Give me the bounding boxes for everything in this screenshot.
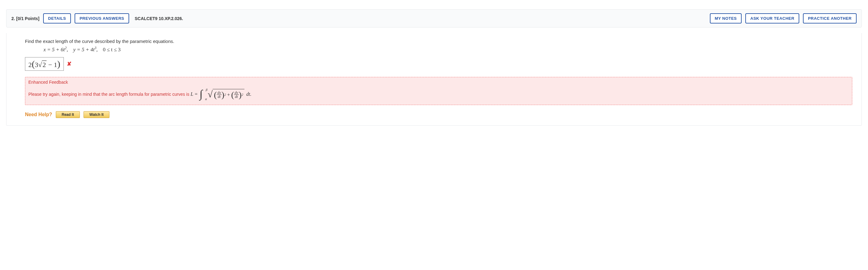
question-prompt: Find the exact length of the curve descr… xyxy=(25,38,852,44)
ask-teacher-button[interactable]: ASK YOUR TEACHER xyxy=(745,13,799,24)
help-row: Need Help? Read It Watch It xyxy=(25,111,852,118)
arc-length-formula: L = ∫ β α √ ( dx dt )2 + ( xyxy=(190,89,251,100)
feedback-title: Enhanced Feedback xyxy=(28,80,849,85)
read-it-button[interactable]: Read It xyxy=(56,111,80,118)
question-source: SCALCET9 10.XP.2.026. xyxy=(135,16,183,21)
practice-another-button[interactable]: PRACTICE ANOTHER xyxy=(803,13,857,24)
submitted-answer-box[interactable]: 2(3√2 − 1) xyxy=(25,57,64,71)
incorrect-icon: ✘ xyxy=(67,60,71,68)
question-body: Find the exact length of the curve descr… xyxy=(6,33,862,126)
answer-row: 2(3√2 − 1) ✘ xyxy=(25,57,852,71)
feedback-text: Please try again, keeping in mind that t… xyxy=(28,89,849,100)
question-header: 2. [0/1 Points] DETAILS PREVIOUS ANSWERS… xyxy=(6,9,862,27)
parametric-equations: x = 5 + 6t2, y = 5 + 4t3, 0 ≤ t ≤ 3 xyxy=(43,46,852,53)
watch-it-button[interactable]: Watch It xyxy=(84,111,110,118)
previous-answers-button[interactable]: PREVIOUS ANSWERS xyxy=(74,13,129,24)
my-notes-button[interactable]: MY NOTES xyxy=(710,13,742,24)
question-number: 2. [0/1 Points] xyxy=(11,16,39,21)
details-button[interactable]: DETAILS xyxy=(43,13,71,24)
feedback-box: Enhanced Feedback Please try again, keep… xyxy=(25,77,852,105)
need-help-label: Need Help? xyxy=(25,112,52,117)
